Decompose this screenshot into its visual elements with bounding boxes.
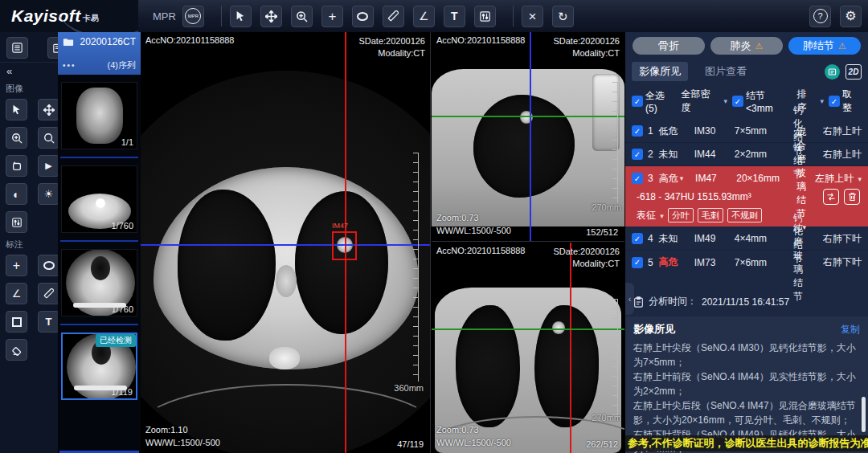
row-checkbox[interactable]: ✓	[632, 233, 643, 244]
sagittal-viewport[interactable]: 270mm AccNO:202101158888 SDate:20200126 …	[432, 32, 624, 242]
text-tool-button[interactable]: T	[444, 6, 465, 27]
nodule-row-3-selected[interactable]: ✓ 3 高危 ▾ IM47 20×16mm 混合磨玻璃结节 ▾ 左肺上叶 ▾ -…	[625, 166, 868, 226]
help-button[interactable]: ?	[809, 6, 831, 27]
help-icon: ?	[813, 9, 828, 23]
ellipse-tool-button[interactable]	[352, 6, 374, 27]
eraser-annot-button[interactable]	[6, 339, 27, 361]
zoom-in-tool-button[interactable]	[6, 127, 27, 149]
feature-dropdown[interactable]: 表征 ▾	[637, 209, 664, 222]
report-card-button[interactable]	[825, 64, 840, 80]
annotation-section-label: 标注	[0, 233, 58, 253]
series-panel: 20200126CT ••• (4)序列 1/1 1/760 1/760 已	[58, 32, 141, 453]
slice-index: 262/512	[586, 439, 618, 449]
nodule-location-dropdown[interactable]: 左肺上叶 ▾	[806, 172, 862, 186]
nodule-row-2[interactable]: ✓ 2 未知 IM44 2×2mm 实性结节 右肺上叶	[625, 143, 868, 166]
crosshair-vertical-red[interactable]	[570, 243, 571, 453]
cine-play-tool-button[interactable]: ▶	[38, 155, 59, 177]
row-checkbox[interactable]: ✓	[632, 257, 643, 268]
pointer-icon	[11, 104, 22, 115]
pan-icon	[43, 104, 55, 116]
series-header[interactable]: 20200126CT ••• (4)序列	[58, 32, 141, 75]
axial-viewport[interactable]: IM47 360mm AccNO:202101158888 SDate:2020…	[141, 32, 431, 453]
nodule-row-5[interactable]: ✓ 5 高危 IM73 7×6mm 纯磨玻璃结节 右肺下叶	[625, 251, 868, 274]
risk-level-dropdown[interactable]: 高危 ▾	[659, 172, 695, 186]
row-checkbox[interactable]: ✓	[632, 125, 643, 137]
select-all-label[interactable]: 全选(5)	[645, 89, 677, 114]
followup-button[interactable]	[823, 189, 839, 205]
tab-lung-nodule[interactable]: 肺结节 ⚠	[788, 37, 861, 55]
chevron-down-icon: ▾	[858, 175, 862, 183]
angle-tool-button[interactable]: ∠	[413, 6, 435, 27]
small-nodule-checkbox[interactable]: ✓	[732, 96, 743, 107]
round-label[interactable]: 取整	[842, 88, 862, 115]
ruler-annot-button[interactable]	[38, 283, 59, 304]
pan-tool-button[interactable]	[260, 6, 282, 27]
tab-pneumonia[interactable]: 肺炎 ⚠	[710, 37, 783, 55]
nodule-size: 4×4mm	[735, 233, 793, 244]
nodule-size: 7×6mm	[735, 257, 793, 268]
more-dots-icon[interactable]: •••	[63, 61, 76, 70]
row-checkbox[interactable]: ✓	[632, 149, 643, 160]
small-nodule-label[interactable]: 结节<3mm	[746, 89, 792, 114]
delete-nodule-button[interactable]	[844, 189, 860, 205]
text-annot-button[interactable]: T	[38, 311, 59, 333]
crosshair-vertical-blue[interactable]	[530, 32, 531, 241]
rotate-image-tool-button[interactable]	[6, 155, 27, 177]
rectangle-annot-button[interactable]	[6, 311, 27, 333]
ellipse-icon	[43, 261, 55, 270]
thumbnail-divider	[60, 240, 138, 242]
ellipse-annot-button[interactable]	[38, 255, 59, 276]
crosshair-tool-button[interactable]: +	[321, 6, 343, 27]
series-list-tab[interactable]	[6, 37, 28, 59]
collapse-sidebar-button[interactable]: «	[0, 63, 58, 77]
ruler-tool-button[interactable]	[383, 6, 404, 27]
pointer-tool-button[interactable]	[230, 6, 252, 27]
tab-fracture[interactable]: 骨折	[633, 37, 705, 55]
round-checkbox[interactable]: ✓	[829, 96, 840, 107]
settings-button[interactable]: ⚙	[840, 6, 862, 27]
window-level-tool-button[interactable]	[6, 211, 27, 233]
zoom-in-tool-button[interactable]	[291, 6, 313, 27]
coronal-viewport[interactable]: 270mm AccNO:202101158888 SDate:20200126 …	[432, 243, 624, 453]
crosshair-horizontal-green[interactable]	[432, 116, 624, 117]
select-all-checkbox[interactable]: ✓	[632, 96, 643, 107]
nodule-row-1[interactable]: ✓ 1 低危 IM30 7×5mm 钙化结节 右肺上叶	[625, 120, 868, 143]
accession-number: AccNO:202101158888	[145, 35, 235, 45]
accession-number: AccNO:202101158888	[436, 246, 526, 255]
feature-tag[interactable]: 分叶	[668, 208, 694, 222]
mpr-button[interactable]: MPR	[182, 6, 204, 27]
pan-tool-button[interactable]	[38, 99, 59, 120]
nodule-roi-box[interactable]	[332, 231, 357, 260]
angle-annot-button[interactable]: ∠	[6, 283, 27, 304]
report-scrollbar[interactable]	[862, 397, 866, 432]
pointer-tool-button[interactable]	[6, 99, 27, 120]
window-level-tool-button[interactable]	[474, 6, 496, 27]
series-thumbnail-ct2[interactable]: 1/760	[61, 249, 137, 316]
tab-image-view[interactable]: 图片查看	[698, 62, 754, 81]
delete-annotation-button[interactable]: ×	[522, 6, 543, 27]
reset-button[interactable]: ↻	[552, 6, 574, 27]
brightness-tool-button[interactable]: ☀	[38, 183, 59, 205]
feature-tag[interactable]: 不规则	[727, 208, 762, 222]
crosshair-horizontal-blue[interactable]	[141, 244, 430, 246]
series-thumbnail-scout[interactable]: 1/1	[61, 82, 137, 149]
scale-ruler	[612, 82, 618, 202]
nodule-location: 右肺下叶	[803, 255, 862, 269]
2d-mode-button[interactable]: 2D	[845, 64, 862, 80]
modality: Modality:CT	[553, 47, 620, 59]
series-thumbnail-ct3-selected[interactable]: 已经检测 1/119	[61, 333, 137, 400]
invert-tool-button[interactable]: ◐	[6, 183, 27, 205]
copy-findings-button[interactable]: 复制	[841, 323, 860, 337]
row-checkbox[interactable]: ✓	[632, 173, 643, 184]
crosshair-horizontal-green[interactable]	[432, 329, 624, 330]
crosshair-annot-button[interactable]: +	[6, 255, 27, 276]
rectangle-icon	[12, 317, 22, 327]
panel-collapse-handle[interactable]: ‹	[625, 283, 634, 315]
density-filter[interactable]: 全部密度	[682, 88, 720, 115]
study-date: SDate:20200126	[358, 35, 425, 47]
nodule-row-4[interactable]: ✓ 4 未知 IM49 4×4mm 钙化结节 右肺下叶	[625, 227, 868, 251]
magnifier-tool-button[interactable]	[38, 127, 59, 149]
feature-tag[interactable]: 毛刺	[698, 208, 723, 222]
tab-image-findings[interactable]: 影像所见	[632, 62, 688, 81]
series-thumbnail-ct1[interactable]: 1/760	[61, 165, 137, 233]
